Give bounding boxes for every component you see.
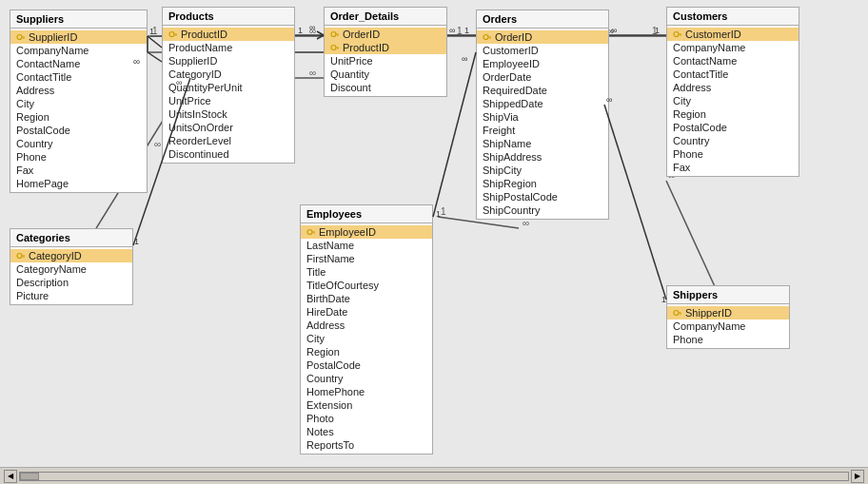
field-od-orderid: OrderID [325,28,446,41]
field-contacttitle: ContactTitle [10,70,147,84]
field-shippeddate: ShippedDate [477,97,608,110]
field-homephone: HomePhone [301,385,432,398]
svg-point-41 [674,32,679,37]
field-unitsinstock: UnitsInStock [163,107,294,121]
svg-rect-45 [22,256,26,257]
categories-table: Categories CategoryID CategoryName Descr… [10,228,133,305]
field-requireddate: RequiredDate [477,84,608,97]
field-od-quantity: Quantity [325,68,446,81]
field-companyname: CompanyName [10,44,147,57]
svg-line-22 [666,181,719,295]
svg-text:1: 1 [655,26,660,35]
products-fields: ProductID ProductName SupplierID Categor… [163,26,294,163]
field-emp-country: Country [301,372,432,385]
svg-rect-34 [338,35,339,37]
field-cust-region: Region [667,107,799,121]
field-cust-postalcode: PostalCode [667,121,799,134]
svg-rect-46 [24,257,25,259]
svg-rect-42 [679,34,682,35]
svg-point-35 [331,46,336,50]
field-titleofcourtesy: TitleOfCourtesy [301,279,432,292]
field-description: Description [10,276,132,289]
field-od-unitprice: UnitPrice [325,54,446,68]
svg-text:1: 1 [134,237,139,246]
svg-text:1: 1 [464,26,469,35]
field-shipperid: ShipperID [667,306,789,319]
svg-line-60 [317,31,324,35]
field-reportsto: ReportsTo [301,438,432,452]
field-emp-city: City [301,332,432,345]
scroll-right-button[interactable]: ▶ [851,470,864,483]
field-cust-customerid: CustomerID [667,28,799,41]
field-discontinued: Discontinued [163,147,294,161]
field-orderid: OrderID [477,30,608,44]
svg-point-38 [483,35,488,40]
field-phone: Phone [10,150,147,164]
scroll-left-button[interactable]: ◀ [4,470,17,483]
field-shipregion: ShipRegion [477,177,608,190]
orders-table: Orders OrderID CustomerID EmployeeID Ord… [476,10,609,220]
employees-title: Employees [301,205,432,223]
employees-fields: EmployeeID LastName FirstName Title Titl… [301,223,432,454]
field-postalcode: PostalCode [10,124,147,137]
svg-text:∞: ∞ [309,26,316,36]
svg-text:1: 1 [436,209,441,219]
field-region: Region [10,110,147,124]
field-cust-contacttitle: ContactTitle [667,68,799,81]
field-emp-postalcode: PostalCode [301,358,432,372]
field-od-productid: ProductID [325,41,446,54]
svg-text:1: 1 [298,26,303,35]
svg-text:∞: ∞ [154,139,161,149]
field-unitprice: UnitPrice [163,94,294,107]
svg-text:∞: ∞ [449,26,455,35]
field-cust-country: Country [667,134,799,147]
field-photo: Photo [301,412,432,425]
svg-text:1: 1 [457,26,463,36]
field-birthdate: BirthDate [301,292,432,305]
field-shipper-phone: Phone [667,333,789,346]
field-categoryname: CategoryName [10,262,132,276]
field-cust-contactname: ContactName [667,54,799,68]
svg-line-76 [604,105,666,300]
field-unitsonorder: UnitsOnOrder [163,121,294,134]
field-fax: Fax [10,164,147,177]
svg-point-32 [331,32,336,37]
svg-point-44 [17,254,22,259]
field-productname: ProductName [163,41,294,54]
field-shippostalcode: ShipPostalCode [477,190,608,203]
field-cust-city: City [667,94,799,107]
field-cust-address: Address [667,81,799,94]
field-firstname: FirstName [301,252,432,265]
svg-rect-52 [681,314,681,316]
field-shipcountry: ShipCountry [477,203,608,217]
svg-rect-39 [488,37,492,38]
field-shipper-companyname: CompanyName [667,319,789,333]
svg-line-55 [148,52,162,62]
field-supplierid: SupplierID [163,54,294,68]
svg-rect-28 [24,38,25,40]
field-customerid: CustomerID [477,44,608,57]
svg-rect-30 [174,34,178,35]
field-notes: Notes [301,425,432,438]
field-extension: Extension [301,398,432,412]
field-contactname: ContactName [10,57,147,70]
customers-table: Customers CustomerID CompanyName Contact… [666,7,799,177]
field-categoryid: CategoryID [10,249,132,262]
field-orderdate: OrderDate [477,70,608,84]
svg-text:∞: ∞ [309,23,315,32]
svg-point-29 [169,32,174,37]
customers-title: Customers [667,8,799,26]
svg-point-26 [17,35,22,40]
svg-point-50 [674,311,679,316]
field-shipcity: ShipCity [477,164,608,177]
field-emp-address: Address [301,319,432,332]
products-title: Products [163,8,294,26]
categories-title: Categories [10,229,132,247]
field-freight: Freight [477,124,608,137]
svg-text:∞: ∞ [611,26,617,35]
svg-text:1: 1 [152,26,158,36]
svg-rect-37 [338,48,339,50]
svg-rect-51 [679,313,682,314]
field-od-discount: Discount [325,81,446,94]
svg-rect-40 [490,38,491,40]
